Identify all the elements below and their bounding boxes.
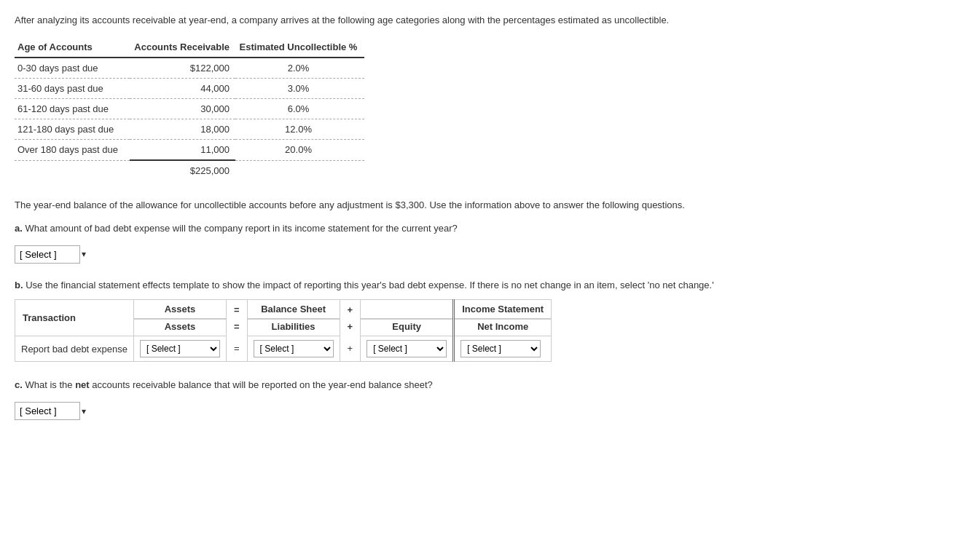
question-a-select[interactable]: [ Select ] — [15, 245, 80, 264]
context-text: The year-end balance of the allowance fo… — [15, 198, 965, 213]
balance-sheet-header: Balance Sheet — [247, 300, 340, 320]
col-age-header: Age of Accounts — [15, 39, 130, 58]
total-amount: $225,000 — [130, 160, 235, 181]
pct-cell: 12.0% — [235, 119, 364, 140]
liabilities-cell: [ Select ] — [247, 336, 340, 362]
plus-cell: + — [340, 336, 361, 362]
pct-cell: 2.0% — [235, 58, 364, 79]
col-pct-header: Estimated Uncollectible % — [235, 39, 364, 58]
transaction-header: Transaction — [15, 300, 134, 336]
equity-cell: [ Select ] — [361, 336, 454, 362]
question-c-chevron: ▾ — [82, 406, 86, 416]
question-a-select-wrapper: [ Select ] ▾ — [15, 245, 86, 264]
net-income-col-header: Income Statement — [454, 300, 552, 320]
financial-header-top: Transaction Assets = Balance Sheet + Inc… — [15, 300, 552, 320]
table-row: 31-60 days past due 44,000 3.0% — [15, 79, 364, 99]
table-row: Over 180 days past due 11,000 20.0% — [15, 140, 364, 161]
assets-sub-header: Assets — [134, 319, 227, 336]
question-c-label: c. What is the net accounts receivable b… — [15, 379, 965, 390]
amount-cell: 44,000 — [130, 79, 235, 99]
table-row: 121-180 days past due 18,000 12.0% — [15, 119, 364, 140]
liabilities-select[interactable]: [ Select ] — [254, 340, 334, 357]
question-a-chevron: ▾ — [82, 249, 86, 259]
amount-cell: 30,000 — [130, 99, 235, 119]
equals-cell: = — [227, 336, 248, 362]
assets-header: Assets — [134, 300, 227, 320]
pct-cell: 3.0% — [235, 79, 364, 99]
table-row: 61-120 days past due 30,000 6.0% — [15, 99, 364, 119]
financial-template-section: Transaction Assets = Balance Sheet + Inc… — [15, 299, 965, 362]
pct-cell: 6.0% — [235, 99, 364, 119]
age-cell: 0-30 days past due — [15, 58, 130, 79]
equity-select[interactable]: [ Select ] — [366, 340, 447, 357]
plus-header: + — [340, 300, 361, 320]
transaction-cell: Report bad debt expense — [15, 336, 134, 362]
age-cell: 121-180 days past due — [15, 119, 130, 140]
age-cell: 31-60 days past due — [15, 79, 130, 99]
amount-cell: $122,000 — [130, 58, 235, 79]
amount-cell: 11,000 — [130, 140, 235, 161]
question-b-label: b. Use the financial statement effects t… — [15, 278, 965, 293]
intro-paragraph: After analyzing its accounts receivable … — [15, 15, 965, 25]
age-cell: 61-120 days past due — [15, 99, 130, 119]
col-ar-header: Accounts Receivable — [130, 39, 235, 58]
amount-cell: 18,000 — [130, 119, 235, 140]
assets-select[interactable]: [ Select ] — [140, 340, 220, 357]
total-row: $225,000 — [15, 160, 364, 181]
net-income-sub-header: Net Income — [454, 319, 552, 336]
pct-cell: 20.0% — [235, 140, 364, 161]
question-c-select[interactable]: [ Select ] — [15, 402, 80, 420]
financial-data-row: Report bad debt expense [ Select ] = [ S… — [15, 336, 552, 362]
liabilities-sub-header: Liabilities — [247, 319, 340, 336]
age-cell: Over 180 days past due — [15, 140, 130, 161]
net-income-select[interactable]: [ Select ] — [460, 340, 541, 357]
question-a-label: a. What amount of bad debt expense will … — [15, 223, 965, 234]
equity-header — [361, 300, 454, 320]
net-income-cell: [ Select ] — [454, 336, 552, 362]
assets-cell: [ Select ] — [134, 336, 227, 362]
accounts-table: Age of Accounts Accounts Receivable Esti… — [15, 39, 364, 181]
financial-effects-table: Transaction Assets = Balance Sheet + Inc… — [15, 299, 552, 362]
equals-header: = — [227, 300, 248, 320]
table-row: 0-30 days past due $122,000 2.0% — [15, 58, 364, 79]
equity-sub-header: Equity — [361, 319, 454, 336]
question-c-select-wrapper: [ Select ] ▾ — [15, 402, 86, 420]
